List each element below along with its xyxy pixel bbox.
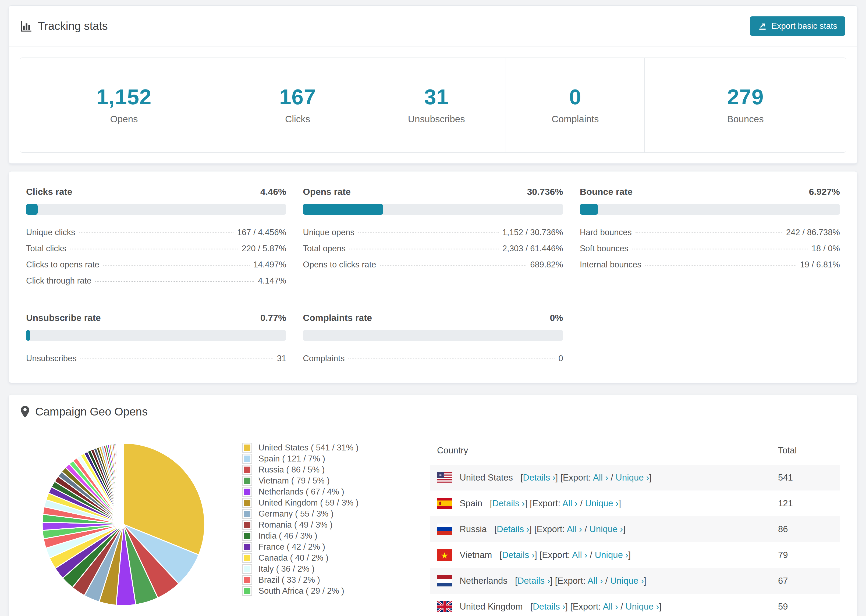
legend-label: France ( 42 / 2% ) — [258, 542, 325, 552]
rate-section-value: 0.77% — [260, 313, 286, 323]
export-unique-link[interactable]: Unique › — [585, 498, 619, 508]
rate-detail-label: Unique clicks — [26, 228, 75, 237]
legend-item: South Africa ( 29 / 2% ) — [242, 585, 390, 596]
details-link[interactable]: Details › — [518, 576, 550, 586]
map-pin-icon — [21, 406, 29, 418]
country-cell: Spain[Details ›] [Export: All › / Unique… — [430, 498, 778, 509]
details-link[interactable]: Details › — [533, 602, 565, 611]
dotted-leader — [70, 248, 238, 250]
rate-detail-label: Opens to clicks rate — [303, 260, 376, 270]
rate-detail-value: 0 — [558, 354, 563, 363]
stat-value: 1,152 — [20, 85, 228, 109]
details-link[interactable]: Details › — [502, 550, 535, 560]
country-cell: Netherlands[Details ›] [Export: All › / … — [430, 575, 778, 586]
country-links: [Details ›] [Export: All › / Unique ›] — [520, 473, 652, 483]
stat-cell-clicks: 167Clicks — [228, 58, 367, 152]
legend-item: Canada ( 40 / 2% ) — [242, 552, 390, 563]
rate-detail-value: 220 / 5.87% — [242, 244, 286, 253]
legend-item: India ( 46 / 3% ) — [242, 530, 390, 541]
export-unique-link[interactable]: Unique › — [610, 576, 644, 586]
geo-table-row-us: United States[Details ›] [Export: All › … — [430, 465, 840, 490]
legend-label: South Africa ( 29 / 2% ) — [258, 586, 344, 596]
dotted-leader — [350, 248, 499, 250]
rate-detail-label: Hard bounces — [580, 228, 632, 237]
page-title: Tracking stats — [38, 20, 108, 33]
rate-detail-value: 242 / 86.738% — [786, 228, 840, 237]
country-cell: Russia[Details ›] [Export: All › / Uniqu… — [430, 523, 778, 535]
rate-detail-row: Soft bounces18 / 0% — [580, 240, 840, 257]
export-all-link[interactable]: All › — [587, 576, 603, 586]
legend-swatch — [242, 553, 252, 563]
rate-section-opens-rate: Opens rate30.736%Unique opens1,152 / 30.… — [303, 187, 563, 289]
geo-title: Campaign Geo Opens — [35, 405, 148, 418]
flag-es-icon — [437, 498, 452, 509]
total-cell: 86 — [778, 524, 840, 534]
details-link[interactable]: Details › — [493, 498, 525, 508]
stat-label: Bounces — [645, 114, 846, 124]
flag-ru-icon — [437, 523, 452, 535]
rate-section-unsubscribe-rate: Unsubscribe rate0.77%Unsubscribes31 — [26, 313, 286, 366]
rate-detail-row: Opens to clicks rate689.82% — [303, 257, 563, 273]
rate-progress-bar — [303, 204, 563, 215]
legend-label: Vietnam ( 79 / 5% ) — [258, 476, 330, 486]
export-basic-stats-button[interactable]: Export basic stats — [750, 16, 845, 36]
export-all-link[interactable]: All › — [562, 498, 578, 508]
export-all-link[interactable]: All › — [572, 550, 587, 560]
legend-swatch — [242, 454, 252, 464]
details-link[interactable]: Details › — [497, 524, 529, 534]
rate-detail-value: 167 / 4.456% — [237, 228, 287, 237]
legend-item: United Kingdom ( 59 / 3% ) — [242, 497, 390, 508]
total-column-header: Total — [778, 445, 840, 456]
geo-content: United States ( 541 / 31% )Spain ( 121 /… — [9, 429, 857, 616]
stat-value: 31 — [367, 85, 505, 109]
dotted-leader — [645, 265, 796, 266]
rate-progress-fill — [26, 330, 30, 341]
country-links: [Details ›] [Export: All › / Unique ›] — [499, 550, 631, 560]
geo-table-row-nl: Netherlands[Details ›] [Export: All › / … — [430, 568, 840, 594]
dotted-leader — [380, 265, 527, 266]
rates-card: Clicks rate4.46%Unique clicks167 / 4.456… — [9, 171, 857, 383]
rate-section-head: Unsubscribe rate0.77% — [26, 313, 286, 323]
country-name: United Kingdom — [460, 602, 523, 612]
details-link[interactable]: Details › — [523, 473, 555, 482]
rate-detail-value: 1,152 / 30.736% — [502, 228, 563, 237]
stat-cell-opens: 1,152Opens — [20, 58, 228, 152]
legend-label: Spain ( 121 / 7% ) — [258, 454, 325, 464]
dotted-leader — [79, 233, 233, 233]
stat-cell-complaints: 0Complaints — [505, 58, 644, 152]
export-unique-link[interactable]: Unique › — [589, 524, 623, 534]
export-all-link[interactable]: All › — [567, 524, 582, 534]
total-cell: 59 — [778, 602, 840, 612]
rate-section-title: Complaints rate — [303, 313, 372, 323]
legend-swatch — [242, 476, 252, 486]
bar-chart-icon — [21, 20, 32, 32]
rate-section-complaints-rate: Complaints rate0%Complaints0 — [303, 313, 563, 366]
export-unique-link[interactable]: Unique › — [616, 473, 649, 482]
rate-detail-row: Unique opens1,152 / 30.736% — [303, 225, 563, 240]
legend-item: Spain ( 121 / 7% ) — [242, 453, 390, 464]
legend-item: Brazil ( 33 / 2% ) — [242, 574, 390, 585]
rate-detail-label: Internal bounces — [580, 260, 641, 270]
legend-label: United Kingdom ( 59 / 3% ) — [258, 498, 359, 508]
rate-section-head: Bounce rate6.927% — [580, 187, 840, 197]
dotted-leader — [632, 248, 808, 250]
rate-section-title: Clicks rate — [26, 187, 72, 197]
export-unique-link[interactable]: Unique › — [625, 602, 659, 611]
legend-item: Germany ( 55 / 3% ) — [242, 508, 390, 519]
rate-section-value: 0% — [550, 313, 563, 323]
legend-swatch — [242, 575, 252, 585]
rate-progress-bar — [26, 330, 286, 341]
legend-swatch — [242, 443, 252, 453]
export-all-link[interactable]: All › — [593, 473, 608, 482]
flag-gb-icon — [437, 601, 452, 612]
export-button-label: Export basic stats — [772, 21, 837, 31]
export-all-link[interactable]: All › — [603, 602, 618, 611]
geo-table-row-ru: Russia[Details ›] [Export: All › / Uniqu… — [430, 516, 840, 542]
dotted-leader — [636, 233, 783, 233]
export-unique-link[interactable]: Unique › — [595, 550, 628, 560]
legend-swatch — [242, 487, 252, 497]
dotted-leader — [103, 265, 250, 266]
legend-item: Vietnam ( 79 / 5% ) — [242, 475, 390, 486]
rate-section-value: 6.927% — [809, 187, 840, 197]
rate-detail-value: 19 / 6.81% — [800, 260, 840, 270]
